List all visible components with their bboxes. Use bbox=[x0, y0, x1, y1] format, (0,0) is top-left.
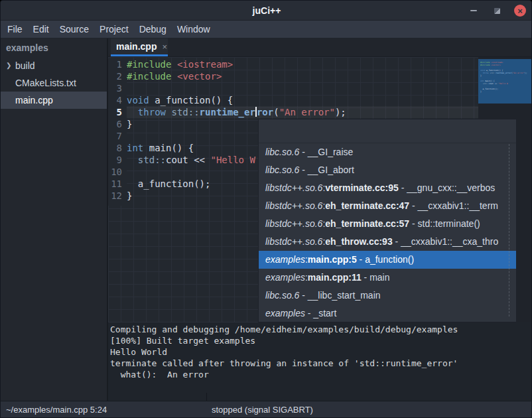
line-number: 1 bbox=[108, 58, 127, 70]
code-token: std:: bbox=[138, 155, 166, 165]
stack-frame-row[interactable]: libc.so.6 - __GI_raise bbox=[259, 143, 516, 161]
minimize-icon bbox=[470, 10, 477, 11]
menu-file[interactable]: File bbox=[7, 24, 23, 35]
line-number: 6 bbox=[108, 118, 127, 130]
code-token: a_function() { bbox=[149, 95, 233, 105]
line-number-gutter: 123456789101112 bbox=[108, 58, 127, 206]
minimap-viewport[interactable]: #include <iostream>#include <vector>void… bbox=[478, 59, 531, 104]
stack-frame-text: main.cpp:11 bbox=[308, 272, 362, 283]
sidebar-item-label: CMakeLists.txt bbox=[15, 78, 76, 88]
code-token: "An error" bbox=[279, 107, 335, 117]
code-line-4: void a_function() { bbox=[127, 94, 478, 106]
stack-frame-text: - std::terminate() bbox=[409, 218, 480, 229]
stack-frame-text: libstdc++.so.6 bbox=[265, 200, 322, 211]
menu-window[interactable]: Window bbox=[177, 24, 210, 35]
menubar: FileEditSourceProjectDebugWindow bbox=[1, 21, 532, 38]
sidebar-item-cmakelists-txt[interactable]: CMakeLists.txt bbox=[1, 74, 107, 92]
code-token bbox=[171, 71, 176, 82]
line-number: 11 bbox=[108, 178, 127, 190]
menu-project[interactable]: Project bbox=[100, 24, 129, 35]
line-number: 9 bbox=[108, 154, 127, 166]
code-token: ( bbox=[273, 107, 279, 117]
code-token: } bbox=[127, 190, 132, 201]
code-token: int bbox=[127, 143, 143, 153]
close-button[interactable]: × bbox=[514, 5, 526, 17]
terminal-output[interactable]: Compiling and debugging /home/eidheim/ex… bbox=[108, 322, 532, 401]
minimize-button[interactable] bbox=[468, 5, 480, 17]
tab-bar: main.cpp × bbox=[108, 38, 532, 57]
code-token: ); bbox=[335, 107, 346, 117]
code-token bbox=[171, 59, 176, 70]
popup-header bbox=[259, 119, 516, 143]
minimap-line: } bbox=[480, 90, 531, 93]
stack-frame-row[interactable]: libstdc++.so.6:vterminate.cc:95 - __gnu_… bbox=[259, 179, 516, 197]
titlebar[interactable]: juCi++ × bbox=[1, 1, 532, 21]
debug-status: stopped (signal SIGABRT) bbox=[212, 401, 313, 418]
file-tree-sidebar: examples ❯buildCMakeLists.txtmain.cpp bbox=[1, 38, 107, 401]
sidebar-item-label: main.cpp bbox=[15, 95, 53, 105]
stack-frame-text: libc.so.6 bbox=[265, 147, 299, 157]
restore-button[interactable] bbox=[491, 5, 503, 17]
stack-frame-text: - __GI_abort bbox=[299, 165, 354, 175]
stack-frame-text: vterminate.cc:95 bbox=[325, 182, 399, 193]
stack-frame-text: libstdc++.so.6 bbox=[265, 236, 322, 247]
sidebar-item-main-cpp[interactable]: main.cpp bbox=[1, 92, 107, 109]
stack-frame-row[interactable]: libstdc++.so.6:eh_terminate.cc:47 - __cx… bbox=[259, 197, 516, 215]
chevron-right-icon[interactable]: ❯ bbox=[6, 57, 11, 74]
code-token bbox=[127, 107, 138, 117]
status-bar: ~/examples/main.cpp 5:24 stopped (signal… bbox=[1, 401, 532, 418]
stack-frame-text: - _start bbox=[305, 308, 336, 318]
stack-frame-row[interactable]: libstdc++.so.6:eh_throw.cc:93 - __cxxabi… bbox=[259, 233, 516, 251]
stack-frame-text: libstdc++.so.6 bbox=[265, 218, 322, 229]
stack-frame-text: libstdc++.so.6 bbox=[265, 182, 322, 193]
terminal-line: what(): An error bbox=[110, 369, 532, 380]
code-token: ror bbox=[257, 107, 273, 117]
tab-main-cpp[interactable]: main.cpp × bbox=[111, 38, 168, 56]
stack-frame-row[interactable]: libc.so.6 - __GI_abort bbox=[259, 161, 516, 179]
code-token bbox=[127, 155, 138, 165]
stack-frame-text: - __cxxabiv1::__cxa_thro bbox=[393, 236, 499, 247]
stack-frame-row[interactable]: examples:main.cpp:11 - main bbox=[259, 269, 516, 287]
stack-frame-text: examples bbox=[265, 272, 305, 283]
code-token: std:: bbox=[171, 107, 199, 117]
code-token: "Hello W bbox=[210, 155, 255, 165]
line-number: 2 bbox=[108, 70, 127, 82]
code-token: #include bbox=[127, 59, 171, 70]
stack-frame-list: libc.so.6 - __GI_raiselibc.so.6 - __GI_a… bbox=[259, 143, 516, 322]
terminal-line: terminate called after throwing an insta… bbox=[110, 358, 532, 369]
code-line-2: #include <vector> bbox=[127, 70, 478, 82]
line-number: 8 bbox=[108, 142, 127, 154]
terminal-line: [100%] Built target examples bbox=[110, 335, 532, 346]
menu-edit[interactable]: Edit bbox=[33, 24, 49, 35]
sidebar-item-build[interactable]: ❯build bbox=[1, 57, 107, 74]
code-token: <vector> bbox=[177, 71, 222, 82]
line-number: 3 bbox=[108, 82, 127, 94]
code-token: void bbox=[127, 95, 149, 105]
popup-dashed-border bbox=[509, 144, 509, 316]
stack-frame-text: libc.so.6 bbox=[265, 165, 299, 175]
stack-frame-row[interactable]: examples - _start bbox=[259, 305, 516, 322]
stack-frame-text: eh_terminate.cc:47 bbox=[325, 200, 409, 211]
code-token: throw bbox=[138, 107, 166, 117]
menu-source[interactable]: Source bbox=[60, 24, 89, 35]
stack-frame-row[interactable]: libc.so.6 - __libc_start_main bbox=[259, 287, 516, 305]
menu-debug[interactable]: Debug bbox=[139, 24, 166, 35]
terminal-line: Compiling and debugging /home/eidheim/ex… bbox=[110, 324, 532, 335]
stack-frame-row-selected[interactable]: examples:main.cpp:5 - a_function() bbox=[259, 251, 516, 269]
stack-frame-text: - __GI_raise bbox=[299, 147, 353, 157]
line-number: 7 bbox=[108, 130, 127, 142]
stack-frame-row[interactable]: libstdc++.so.6:eh_terminate.cc:57 - std:… bbox=[259, 215, 516, 233]
tab-close-icon[interactable]: × bbox=[162, 42, 167, 51]
code-token: #include bbox=[127, 71, 171, 82]
code-line-5: throw std::runtime_error("An error"); bbox=[127, 106, 478, 118]
code-token: cout << bbox=[166, 155, 210, 165]
stack-frame-text: examples bbox=[265, 308, 305, 318]
code-token: } bbox=[127, 119, 132, 129]
stack-frame-text: libc.so.6 bbox=[265, 290, 299, 301]
stack-frame-text: examples bbox=[265, 254, 305, 265]
stack-frame-text: main.cpp:5 bbox=[308, 254, 357, 265]
terminal-line: Hello World bbox=[110, 346, 532, 358]
code-line-1: #include <iostream> bbox=[127, 58, 478, 70]
file-location: ~/examples/main.cpp 5:24 bbox=[6, 401, 107, 418]
app-window: juCi++ × FileEditSourceProjectDebugWindo… bbox=[0, 0, 532, 418]
